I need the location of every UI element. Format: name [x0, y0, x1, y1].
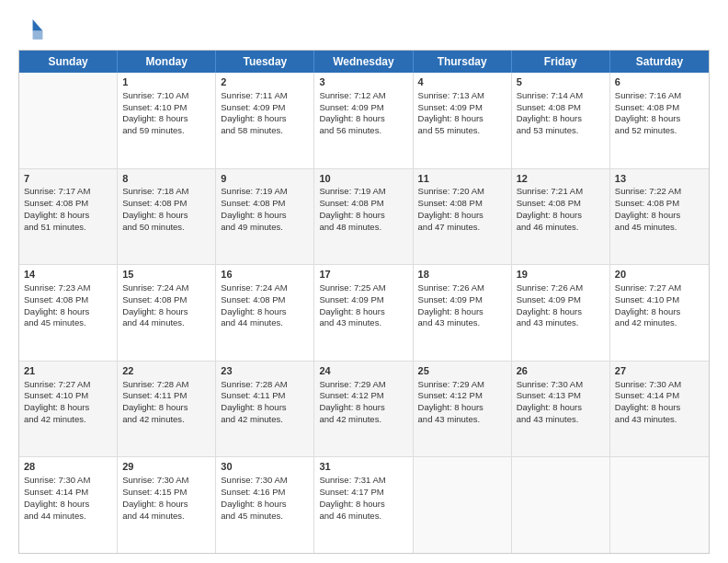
day-number: 18	[418, 268, 506, 282]
day-number: 21	[24, 364, 112, 378]
calendar-day-30: 30Sunrise: 7:30 AMSunset: 4:16 PMDayligh…	[216, 457, 314, 553]
day-header-tuesday: Tuesday	[216, 51, 314, 73]
day-number: 14	[24, 268, 112, 282]
day-info: Sunrise: 7:26 AMSunset: 4:09 PMDaylight:…	[418, 282, 484, 327]
day-number: 8	[122, 172, 210, 186]
day-number: 3	[319, 75, 407, 89]
day-number: 24	[319, 364, 407, 378]
day-info: Sunrise: 7:30 AMSunset: 4:14 PMDaylight:…	[615, 379, 681, 424]
day-info: Sunrise: 7:30 AMSunset: 4:14 PMDaylight:…	[24, 475, 90, 520]
day-number: 16	[221, 268, 309, 282]
calendar-day-13: 13Sunrise: 7:22 AMSunset: 4:08 PMDayligh…	[610, 169, 709, 265]
day-number: 12	[517, 172, 605, 186]
day-info: Sunrise: 7:20 AMSunset: 4:08 PMDaylight:…	[418, 186, 484, 231]
calendar-empty-cell	[414, 457, 512, 553]
day-info: Sunrise: 7:28 AMSunset: 4:11 PMDaylight:…	[122, 379, 188, 424]
calendar-header: SundayMondayTuesdayWednesdayThursdayFrid…	[19, 51, 709, 73]
day-info: Sunrise: 7:30 AMSunset: 4:15 PMDaylight:…	[122, 475, 188, 520]
calendar-day-29: 29Sunrise: 7:30 AMSunset: 4:15 PMDayligh…	[118, 457, 216, 553]
day-info: Sunrise: 7:12 AMSunset: 4:09 PMDaylight:…	[319, 90, 385, 135]
calendar-week-3: 14Sunrise: 7:23 AMSunset: 4:08 PMDayligh…	[19, 265, 709, 362]
calendar-day-24: 24Sunrise: 7:29 AMSunset: 4:12 PMDayligh…	[314, 362, 413, 457]
day-info: Sunrise: 7:19 AMSunset: 4:08 PMDaylight:…	[221, 186, 287, 231]
calendar-day-3: 3Sunrise: 7:12 AMSunset: 4:09 PMDaylight…	[314, 73, 413, 168]
calendar-day-16: 16Sunrise: 7:24 AMSunset: 4:08 PMDayligh…	[216, 265, 314, 361]
calendar-week-1: 1Sunrise: 7:10 AMSunset: 4:10 PMDaylight…	[19, 73, 709, 169]
day-header-friday: Friday	[512, 51, 610, 73]
day-header-sunday: Sunday	[19, 51, 118, 73]
calendar-week-4: 21Sunrise: 7:27 AMSunset: 4:10 PMDayligh…	[19, 362, 709, 458]
day-number: 17	[319, 268, 407, 282]
header	[18, 17, 710, 42]
day-header-saturday: Saturday	[610, 51, 709, 73]
day-info: Sunrise: 7:30 AMSunset: 4:16 PMDaylight:…	[221, 475, 287, 520]
day-number: 1	[122, 75, 210, 89]
calendar-day-31: 31Sunrise: 7:31 AMSunset: 4:17 PMDayligh…	[314, 457, 413, 553]
calendar-day-25: 25Sunrise: 7:29 AMSunset: 4:12 PMDayligh…	[414, 362, 512, 457]
day-number: 20	[615, 268, 704, 282]
calendar-day-15: 15Sunrise: 7:24 AMSunset: 4:08 PMDayligh…	[118, 265, 216, 361]
calendar-day-11: 11Sunrise: 7:20 AMSunset: 4:08 PMDayligh…	[414, 169, 512, 265]
calendar-day-23: 23Sunrise: 7:28 AMSunset: 4:11 PMDayligh…	[216, 362, 314, 457]
day-info: Sunrise: 7:17 AMSunset: 4:08 PMDaylight:…	[24, 186, 90, 231]
calendar-day-7: 7Sunrise: 7:17 AMSunset: 4:08 PMDaylight…	[19, 169, 118, 265]
day-info: Sunrise: 7:26 AMSunset: 4:09 PMDaylight:…	[517, 282, 583, 327]
day-number: 13	[615, 172, 704, 186]
calendar-day-5: 5Sunrise: 7:14 AMSunset: 4:08 PMDaylight…	[512, 73, 610, 168]
day-info: Sunrise: 7:16 AMSunset: 4:08 PMDaylight:…	[615, 90, 681, 135]
calendar-day-20: 20Sunrise: 7:27 AMSunset: 4:10 PMDayligh…	[610, 265, 709, 361]
day-info: Sunrise: 7:27 AMSunset: 4:10 PMDaylight:…	[615, 282, 681, 327]
day-number: 4	[418, 75, 506, 89]
calendar-empty-cell	[610, 457, 709, 553]
day-number: 30	[221, 460, 309, 474]
day-header-wednesday: Wednesday	[314, 51, 413, 73]
day-number: 28	[24, 460, 112, 474]
calendar-day-28: 28Sunrise: 7:30 AMSunset: 4:14 PMDayligh…	[19, 457, 118, 553]
day-number: 6	[615, 75, 704, 89]
day-number: 27	[615, 364, 704, 378]
day-info: Sunrise: 7:29 AMSunset: 4:12 PMDaylight:…	[418, 379, 484, 424]
day-header-monday: Monday	[118, 51, 216, 73]
calendar-day-4: 4Sunrise: 7:13 AMSunset: 4:09 PMDaylight…	[414, 73, 512, 168]
day-info: Sunrise: 7:10 AMSunset: 4:10 PMDaylight:…	[122, 90, 188, 135]
day-info: Sunrise: 7:21 AMSunset: 4:08 PMDaylight:…	[517, 186, 583, 231]
day-number: 19	[517, 268, 605, 282]
day-info: Sunrise: 7:31 AMSunset: 4:17 PMDaylight:…	[319, 475, 385, 520]
logo-icon	[18, 17, 44, 42]
calendar-day-27: 27Sunrise: 7:30 AMSunset: 4:14 PMDayligh…	[610, 362, 709, 457]
day-number: 10	[319, 172, 407, 186]
day-header-thursday: Thursday	[414, 51, 512, 73]
calendar-day-2: 2Sunrise: 7:11 AMSunset: 4:09 PMDaylight…	[216, 73, 314, 168]
day-info: Sunrise: 7:22 AMSunset: 4:08 PMDaylight:…	[615, 186, 681, 231]
calendar-day-17: 17Sunrise: 7:25 AMSunset: 4:09 PMDayligh…	[314, 265, 413, 361]
day-number: 29	[122, 460, 210, 474]
calendar-empty-cell	[512, 457, 610, 553]
day-info: Sunrise: 7:19 AMSunset: 4:08 PMDaylight:…	[319, 186, 385, 231]
day-info: Sunrise: 7:13 AMSunset: 4:09 PMDaylight:…	[418, 90, 484, 135]
calendar-day-8: 8Sunrise: 7:18 AMSunset: 4:08 PMDaylight…	[118, 169, 216, 265]
calendar-day-9: 9Sunrise: 7:19 AMSunset: 4:08 PMDaylight…	[216, 169, 314, 265]
calendar-day-14: 14Sunrise: 7:23 AMSunset: 4:08 PMDayligh…	[19, 265, 118, 361]
calendar-day-12: 12Sunrise: 7:21 AMSunset: 4:08 PMDayligh…	[512, 169, 610, 265]
day-info: Sunrise: 7:23 AMSunset: 4:08 PMDaylight:…	[24, 282, 90, 327]
day-number: 22	[122, 364, 210, 378]
day-info: Sunrise: 7:24 AMSunset: 4:08 PMDaylight:…	[221, 282, 287, 327]
logo	[18, 17, 48, 42]
day-info: Sunrise: 7:28 AMSunset: 4:11 PMDaylight:…	[221, 379, 287, 424]
calendar-day-22: 22Sunrise: 7:28 AMSunset: 4:11 PMDayligh…	[118, 362, 216, 457]
svg-marker-1	[33, 31, 43, 40]
day-info: Sunrise: 7:30 AMSunset: 4:13 PMDaylight:…	[517, 379, 583, 424]
calendar-day-19: 19Sunrise: 7:26 AMSunset: 4:09 PMDayligh…	[512, 265, 610, 361]
calendar-day-10: 10Sunrise: 7:19 AMSunset: 4:08 PMDayligh…	[314, 169, 413, 265]
day-number: 7	[24, 172, 112, 186]
calendar: SundayMondayTuesdayWednesdayThursdayFrid…	[18, 50, 710, 554]
day-number: 23	[221, 364, 309, 378]
day-number: 11	[418, 172, 506, 186]
day-number: 9	[221, 172, 309, 186]
day-number: 5	[517, 75, 605, 89]
calendar-day-18: 18Sunrise: 7:26 AMSunset: 4:09 PMDayligh…	[414, 265, 512, 361]
day-info: Sunrise: 7:25 AMSunset: 4:09 PMDaylight:…	[319, 282, 385, 327]
day-info: Sunrise: 7:27 AMSunset: 4:10 PMDaylight:…	[24, 379, 90, 424]
day-number: 25	[418, 364, 506, 378]
calendar-day-21: 21Sunrise: 7:27 AMSunset: 4:10 PMDayligh…	[19, 362, 118, 457]
